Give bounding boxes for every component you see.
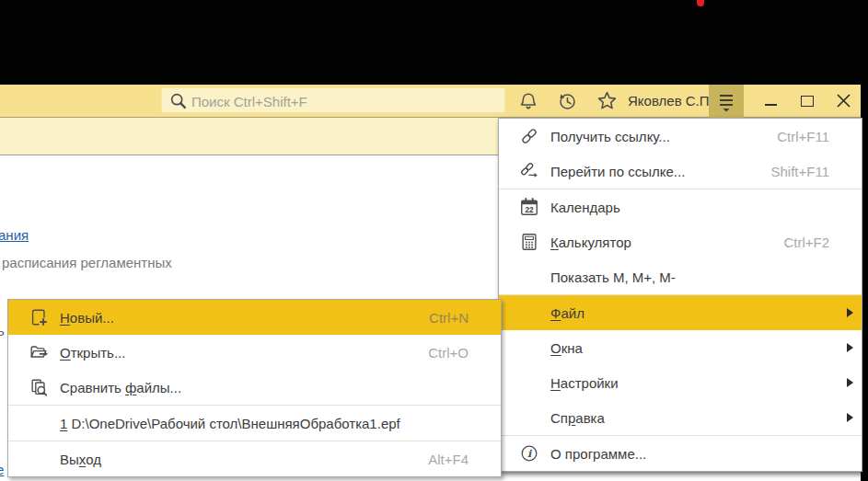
- top-toolbar: Яковлев С.П.: [0, 85, 861, 118]
- bell-icon: [517, 90, 539, 112]
- submenu-arrow-icon: [847, 343, 853, 352]
- menu-item-about[interactable]: i О программе...: [499, 436, 862, 471]
- menu-item-file[interactable]: Файл: [499, 295, 862, 330]
- calendar-icon: 22: [519, 197, 539, 217]
- close-icon: [837, 94, 851, 108]
- shortcut: Shift+F11: [770, 164, 829, 179]
- burger-menu-icon: [709, 85, 744, 118]
- recording-indicator: [697, 0, 704, 6]
- submenu-item-recent-file[interactable]: 1 D:\OneDrive\Рабочий стол\ВнешняяОбрабо…: [8, 406, 501, 441]
- menu-item-show-m[interactable]: Показать М, М+, М-: [499, 259, 862, 294]
- history-clock-icon: [556, 90, 578, 112]
- menu-item-calculator[interactable]: Калькулятор Ctrl+F2: [499, 224, 862, 259]
- background-edge-fragment: ь: [0, 323, 5, 338]
- shortcut: Ctrl+O: [428, 345, 469, 361]
- maximize-icon: [801, 96, 814, 107]
- star-icon: [596, 89, 619, 112]
- main-menu-button[interactable]: [709, 85, 744, 118]
- minimize-icon: [765, 104, 777, 106]
- svg-text:i: i: [527, 448, 533, 460]
- menu-item-get-link[interactable]: Получить ссылку... Ctrl+F11: [499, 119, 862, 154]
- submenu-item-exit[interactable]: Выход Alt+F4: [8, 441, 501, 476]
- submenu-item-new[interactable]: Новый... Ctrl+N: [8, 300, 501, 335]
- shortcut: Ctrl+F11: [777, 129, 829, 144]
- background-edge-link-fragment: е: [0, 462, 4, 477]
- background-text: расписания регламентных: [2, 255, 172, 270]
- search-input[interactable]: [190, 88, 502, 114]
- notifications-button[interactable]: [515, 85, 541, 117]
- menu-item-goto-link[interactable]: Перейти по ссылке... Shift+F11: [499, 154, 862, 189]
- calculator-icon: [519, 232, 539, 252]
- compare-files-icon: [29, 377, 49, 397]
- info-icon: i: [519, 443, 539, 464]
- submenu-arrow-icon: [847, 413, 853, 422]
- file-submenu: Новый... Ctrl+N Открыть... Ctrl+O Сравни: [7, 299, 502, 477]
- submenu-arrow-icon: [847, 308, 853, 317]
- main-menu: Получить ссылку... Ctrl+F11 Перейти по с…: [498, 118, 862, 472]
- submenu-item-compare-files[interactable]: Сравнить файлы...: [8, 370, 501, 405]
- submenu-arrow-icon: [847, 378, 853, 387]
- user-name[interactable]: Яковлев С.П.: [628, 85, 713, 117]
- menu-item-calendar[interactable]: 22 Календарь: [499, 189, 862, 224]
- svg-text:22: 22: [525, 206, 534, 214]
- history-button[interactable]: [554, 85, 580, 117]
- search-box[interactable]: [161, 87, 505, 113]
- background-link[interactable]: ания: [0, 227, 29, 243]
- minimize-button[interactable]: [753, 85, 789, 117]
- shortcut: Alt+F4: [428, 452, 469, 467]
- maximize-button[interactable]: [789, 85, 826, 117]
- menu-item-help[interactable]: Справка: [499, 400, 862, 435]
- open-file-icon: [29, 342, 49, 362]
- link-arrow-icon: [519, 161, 539, 181]
- new-file-icon: [29, 307, 49, 327]
- search-icon: [168, 91, 189, 111]
- shortcut: Ctrl+N: [429, 310, 469, 326]
- favorites-button[interactable]: [594, 85, 619, 117]
- close-button[interactable]: [826, 85, 861, 117]
- submenu-item-open[interactable]: Открыть... Ctrl+O: [8, 335, 501, 370]
- link-icon: [519, 126, 539, 146]
- menu-item-windows[interactable]: Окна: [499, 330, 862, 365]
- shortcut: Ctrl+F2: [783, 235, 829, 250]
- menu-item-settings[interactable]: Настройки: [499, 365, 862, 400]
